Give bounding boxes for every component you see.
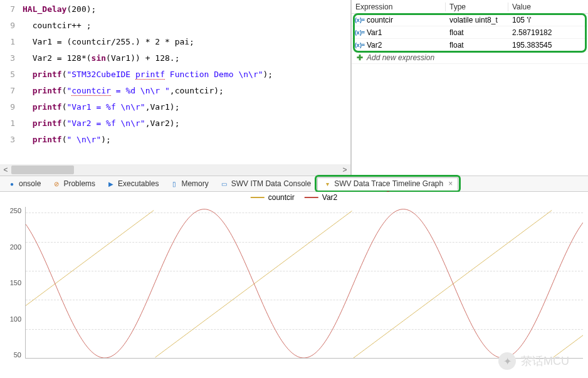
tab-icon: ▶ [107,179,115,188]
y-tick-label: 250 [0,207,24,214]
y-tick-label: 200 [0,243,24,251]
code-editor[interactable]: 7HAL_Delay(200);9 countcir++ ;1 Var1 = (… [0,0,351,176]
y-tick-label: 50 [0,351,24,359]
chart-legend: countcir Var2 [251,193,338,202]
tab-swv-itm-data-console[interactable]: ▭SWV ITM Data Console [215,178,316,189]
expr-value: 2.58719182 [508,28,588,37]
scroll-thumb[interactable] [11,165,74,174]
legend-item-countcir: countcir [251,193,295,202]
tab-bar: ●onsole⊘Problems▶Executables▯Memory▭SWV … [0,176,588,192]
expressions-body: (x)=countcirvolatile uint8_t105 'i'(x)=V… [352,14,588,64]
tab-label: Memory [181,179,208,188]
plus-icon: ✚ [355,53,364,62]
tab-problems[interactable]: ⊘Problems [47,178,100,189]
tab-onsole[interactable]: ●onsole [3,178,46,189]
tab-swv-data-trace-timeline-graph[interactable]: ▾SWV Data Trace Timeline Graph× [317,177,458,190]
col-header-expression[interactable]: Expression [352,3,446,11]
legend-label: Var2 [322,193,337,202]
variable-icon: (x)= [355,41,364,49]
close-icon[interactable]: × [448,179,453,188]
y-tick-label: 150 [0,279,24,286]
h-scrollbar[interactable]: < > [0,164,350,176]
series-countcir [26,211,583,358]
chart-area: countcir Var2 25020015010050 ✦ 茶话MCU [0,192,588,377]
legend-item-var2: Var2 [305,193,337,202]
expr-value: 195.383545 [508,41,588,50]
expression-row[interactable]: (x)=countcirvolatile uint8_t105 'i' [352,14,588,26]
tab-label: onsole [19,179,41,188]
legend-swatch-icon [305,197,318,198]
variable-icon: (x)= [355,16,364,24]
code-text[interactable]: 7HAL_Delay(200);9 countcir++ ;1 Var1 = (… [0,0,350,163]
scroll-right-arrow[interactable]: > [339,164,350,176]
tab-icon: ● [8,179,16,188]
expr-value: 105 'i' [508,16,588,24]
tab-label: Problems [63,179,95,188]
legend-swatch-icon [251,197,265,198]
tab-executables[interactable]: ▶Executables [102,178,164,189]
plot-area[interactable] [25,207,583,359]
variable-icon: (x)= [355,29,364,36]
expr-name: Var1 [367,28,382,37]
tab-icon: ▾ [323,179,332,188]
expression-row[interactable]: (x)=Var1float2.58719182 [352,26,588,39]
y-axis: 25020015010050 [0,207,24,359]
tab-label: SWV Data Trace Timeline Graph [334,179,443,188]
tab-memory[interactable]: ▯Memory [165,178,213,189]
add-expression-label: Add new expression [367,53,434,62]
tab-icon: ⊘ [52,179,61,188]
tab-label: SWV ITM Data Console [231,179,311,188]
tab-icon: ▭ [220,179,229,188]
tab-label: Executables [118,179,159,188]
expr-type: float [446,28,508,37]
scroll-left-arrow[interactable]: < [0,164,11,176]
expr-name: Var2 [367,41,382,50]
expression-row[interactable]: (x)=Var2float195.383545 [352,39,588,51]
y-tick-label: 100 [0,315,24,323]
col-header-type[interactable]: Type [446,3,508,11]
expr-type: volatile uint8_t [446,16,508,24]
add-expression-row[interactable]: ✚Add new expression [352,51,588,64]
expr-type: float [446,41,508,50]
col-header-value[interactable]: Value [508,3,588,11]
series-Var2 [26,209,583,358]
expressions-header: Expression Type Value [352,0,588,14]
scroll-track[interactable] [11,164,339,176]
tab-icon: ▯ [170,179,179,188]
expr-name: countcir [367,16,393,24]
legend-label: countcir [268,193,295,202]
expressions-panel: Expression Type Value (x)=countcirvolati… [351,0,588,176]
